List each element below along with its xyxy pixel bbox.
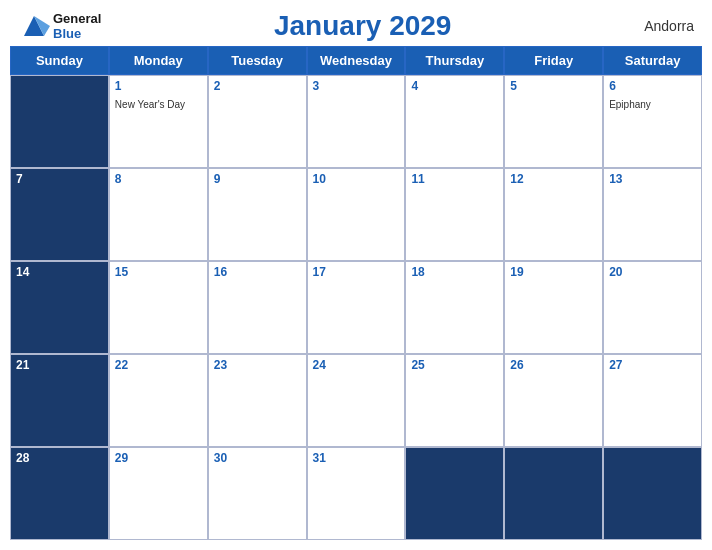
calendar-cell: 9 xyxy=(208,168,307,261)
cell-date: 14 xyxy=(11,262,108,280)
cell-date: 22 xyxy=(110,355,207,373)
day-header: Monday xyxy=(109,46,208,75)
cell-date: 4 xyxy=(406,76,503,94)
calendar: SundayMondayTuesdayWednesdayThursdayFrid… xyxy=(0,46,712,550)
calendar-cell: 21 xyxy=(10,354,109,447)
calendar-cell: 31 xyxy=(307,447,406,540)
cell-date: 28 xyxy=(11,448,108,466)
calendar-cell: 13 xyxy=(603,168,702,261)
calendar-cell: 24 xyxy=(307,354,406,447)
calendar-cell: 17 xyxy=(307,261,406,354)
calendar-cell: 29 xyxy=(109,447,208,540)
calendar-header: SundayMondayTuesdayWednesdayThursdayFrid… xyxy=(10,46,702,75)
cell-date: 17 xyxy=(308,262,405,280)
cell-date: 27 xyxy=(604,355,701,373)
cell-date: 13 xyxy=(604,169,701,187)
calendar-cell xyxy=(405,447,504,540)
calendar-cell: 2 xyxy=(208,75,307,168)
cell-date: 1 xyxy=(110,76,207,94)
cell-date: 10 xyxy=(308,169,405,187)
calendar-week: 28293031 xyxy=(10,447,702,540)
cell-event: New Year's Day xyxy=(110,99,190,110)
calendar-cell: 4 xyxy=(405,75,504,168)
calendar-cell: 15 xyxy=(109,261,208,354)
calendar-cell: 14 xyxy=(10,261,109,354)
cell-date: 18 xyxy=(406,262,503,280)
calendar-cell: 10 xyxy=(307,168,406,261)
calendar-cell: 3 xyxy=(307,75,406,168)
calendar-week: 21222324252627 xyxy=(10,354,702,447)
calendar-body: 1New Year's Day23456Epiphany789101112131… xyxy=(10,75,702,540)
country-label: Andorra xyxy=(624,18,694,34)
logo-blue: Blue xyxy=(53,26,101,41)
cell-date: 29 xyxy=(110,448,207,466)
calendar-cell: 8 xyxy=(109,168,208,261)
cell-date: 6 xyxy=(604,76,701,94)
cell-date: 21 xyxy=(11,355,108,373)
cell-date: 20 xyxy=(604,262,701,280)
calendar-cell: 1New Year's Day xyxy=(109,75,208,168)
calendar-cell: 30 xyxy=(208,447,307,540)
day-header: Wednesday xyxy=(307,46,406,75)
cell-date: 26 xyxy=(505,355,602,373)
cell-date: 8 xyxy=(110,169,207,187)
cell-date: 16 xyxy=(209,262,306,280)
day-header: Friday xyxy=(504,46,603,75)
cell-event: Epiphany xyxy=(604,99,656,110)
day-header: Saturday xyxy=(603,46,702,75)
cell-date: 19 xyxy=(505,262,602,280)
day-header: Thursday xyxy=(405,46,504,75)
calendar-cell xyxy=(603,447,702,540)
calendar-cell: 20 xyxy=(603,261,702,354)
calendar-cell: 22 xyxy=(109,354,208,447)
logo-icon xyxy=(18,12,50,40)
calendar-cell: 5 xyxy=(504,75,603,168)
calendar-cell: 6Epiphany xyxy=(603,75,702,168)
calendar-cell: 25 xyxy=(405,354,504,447)
day-header: Sunday xyxy=(10,46,109,75)
cell-date: 9 xyxy=(209,169,306,187)
calendar-week: 1New Year's Day23456Epiphany xyxy=(10,75,702,168)
calendar-cell: 19 xyxy=(504,261,603,354)
calendar-page: General Blue January 2029 Andorra Sunday… xyxy=(0,0,712,550)
calendar-cell: 23 xyxy=(208,354,307,447)
calendar-cell: 16 xyxy=(208,261,307,354)
cell-date: 25 xyxy=(406,355,503,373)
cell-date: 12 xyxy=(505,169,602,187)
calendar-cell: 18 xyxy=(405,261,504,354)
calendar-cell: 26 xyxy=(504,354,603,447)
logo: General Blue xyxy=(18,11,101,41)
cell-date: 5 xyxy=(505,76,602,94)
calendar-week: 78910111213 xyxy=(10,168,702,261)
calendar-cell: 7 xyxy=(10,168,109,261)
cell-date: 15 xyxy=(110,262,207,280)
cell-date: 31 xyxy=(308,448,405,466)
cell-date: 30 xyxy=(209,448,306,466)
logo-general: General xyxy=(53,11,101,26)
calendar-cell: 28 xyxy=(10,447,109,540)
calendar-cell xyxy=(10,75,109,168)
cell-date: 23 xyxy=(209,355,306,373)
calendar-cell: 12 xyxy=(504,168,603,261)
calendar-cell: 27 xyxy=(603,354,702,447)
calendar-cell: 11 xyxy=(405,168,504,261)
cell-date: 7 xyxy=(11,169,108,187)
cell-date: 3 xyxy=(308,76,405,94)
calendar-cell xyxy=(504,447,603,540)
cell-date: 2 xyxy=(209,76,306,94)
calendar-title: January 2029 xyxy=(101,10,624,42)
calendar-week: 14151617181920 xyxy=(10,261,702,354)
cell-date: 11 xyxy=(406,169,503,187)
header: General Blue January 2029 Andorra xyxy=(0,0,712,46)
day-header: Tuesday xyxy=(208,46,307,75)
cell-date: 24 xyxy=(308,355,405,373)
